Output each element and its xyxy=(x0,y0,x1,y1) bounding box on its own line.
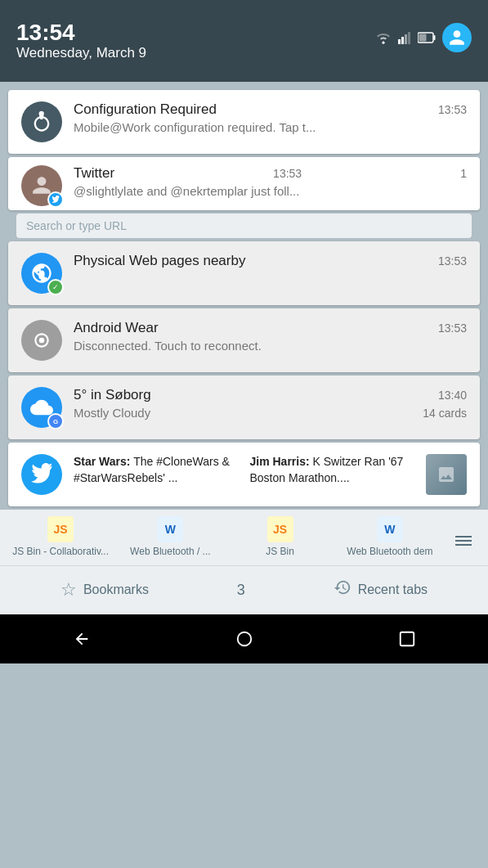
physical-web-content: Physical Web pages nearby 13:53 xyxy=(74,253,467,272)
twitter-partial-content: Twitter 13:53 1 @slightlylate and @nekrt… xyxy=(74,165,467,198)
status-date: Wednesday, March 9 xyxy=(16,45,146,61)
tabs-menu-btn[interactable] xyxy=(447,516,480,565)
recents-button[interactable] xyxy=(391,623,423,655)
home-button[interactable] xyxy=(228,623,261,655)
svg-rect-0 xyxy=(398,39,401,44)
svg-rect-1 xyxy=(401,37,404,44)
tab-jsbin1-favicon: JS xyxy=(47,516,74,542)
config-content: Configuration Required 13:53 Mobile@Work… xyxy=(74,101,467,134)
weather-extra: 14 cards xyxy=(423,407,467,420)
twitter-partial-time: 13:53 xyxy=(273,167,302,180)
tab-jsbin2-label: JS Bin xyxy=(266,546,294,559)
status-bar: 13:54 Wednesday, March 9 xyxy=(0,0,488,82)
svg-rect-6 xyxy=(419,34,427,42)
physical-web-time: 13:53 xyxy=(438,254,467,268)
weather-badge: G xyxy=(47,413,64,430)
notification-twitter-partial[interactable]: Twitter 13:53 1 @slightlylate and @nekrt… xyxy=(8,157,480,210)
search-peek-area: Search or type URL xyxy=(8,214,480,238)
tab-webdemo-label: Web Bluetooth dem xyxy=(347,546,432,559)
android-wear-body: Disconnected. Touch to reconnect. xyxy=(74,339,467,353)
tab-webdemo-favicon: W xyxy=(377,516,403,542)
avatar[interactable] xyxy=(442,23,472,52)
weather-title: 5° in Søborg xyxy=(74,387,151,403)
notification-twitter-dual[interactable]: Star Wars: The #CloneWars & #StarWarsReb… xyxy=(8,443,480,506)
tab-webbt-favicon: W xyxy=(157,516,183,542)
recent-tabs-icon xyxy=(334,578,351,601)
config-title: Configuration Required xyxy=(74,101,217,118)
twitter-thumbnail xyxy=(426,454,467,495)
tab-jsbin1-label: JS Bin - Collaborativ... xyxy=(12,546,109,559)
twitter-count: 1 xyxy=(460,167,467,180)
twitter-partial-icon xyxy=(21,165,62,206)
tab-webbt-label: Web Bluetooth / ... xyxy=(130,546,211,559)
notifications-area: Configuration Required 13:53 Mobile@Work… xyxy=(0,82,488,506)
twitter-col1-strong: Star Wars: xyxy=(74,455,131,468)
twitter-dual-icon xyxy=(21,454,62,495)
svg-rect-3 xyxy=(408,32,410,44)
search-text: Search or type URL xyxy=(26,219,127,232)
signal-icon xyxy=(398,31,411,44)
tab-web-bluetooth[interactable]: W Web Bluetooth / ... xyxy=(118,516,222,565)
bookmarks-icon: ☆ xyxy=(60,579,77,600)
search-bar-peek[interactable]: Search or type URL xyxy=(16,214,472,238)
config-icon xyxy=(21,101,62,142)
twitter-partial-badge xyxy=(47,191,64,208)
bookmarks-label: Bookmarks xyxy=(83,582,149,597)
recent-tabs-label: Recent tabs xyxy=(358,582,428,597)
weather-body: Mostly Cloudy xyxy=(74,406,150,420)
weather-content: 5° in Søborg 13:40 Mostly Cloudy 14 card… xyxy=(74,387,467,420)
page-indicator: 3 xyxy=(237,578,245,602)
android-wear-title: Android Wear xyxy=(74,320,159,336)
battery-icon xyxy=(418,31,436,44)
svg-point-9 xyxy=(237,632,251,645)
status-icons xyxy=(375,23,472,52)
svg-point-8 xyxy=(39,338,45,344)
config-body: Mobile@Work configuration required. Tap … xyxy=(74,120,467,134)
tab-jsbin-2[interactable]: JS JS Bin xyxy=(228,516,333,565)
twitter-col1: Star Wars: The #CloneWars & #StarWarsReb… xyxy=(74,454,242,495)
twitter-col2: Jim Harris: K Switzer Ran '67 Boston Mar… xyxy=(250,454,419,495)
android-wear-time: 13:53 xyxy=(438,322,467,335)
tabs-strip: JS JS Bin - Collaborativ... W Web Blueto… xyxy=(0,510,488,565)
notification-config[interactable]: Configuration Required 13:53 Mobile@Work… xyxy=(8,90,480,154)
notification-weather[interactable]: G 5° in Søborg 13:40 Mostly Cloudy 14 ca… xyxy=(8,376,480,439)
twitter-partial-body: @slightlylate and @nekrtemplar just foll… xyxy=(74,184,467,198)
svg-rect-2 xyxy=(405,34,407,44)
svg-rect-5 xyxy=(434,35,436,40)
weather-icon: G xyxy=(21,387,62,428)
tab-web-bluetooth-demo[interactable]: W Web Bluetooth dem xyxy=(338,516,442,565)
android-wear-icon xyxy=(21,320,62,361)
twitter-col2-strong: Jim Harris: xyxy=(250,455,310,468)
status-time: 13:54 xyxy=(16,20,146,46)
notification-android-wear[interactable]: Android Wear 13:53 Disconnected. Touch t… xyxy=(8,308,480,372)
tab-jsbin2-favicon: JS xyxy=(267,516,293,542)
svg-rect-10 xyxy=(400,632,414,645)
nav-bar xyxy=(0,614,488,663)
physical-web-title: Physical Web pages nearby xyxy=(74,253,245,269)
weather-time: 13:40 xyxy=(438,389,467,402)
bookmarks-btn[interactable]: ☆ Bookmarks xyxy=(60,579,149,600)
notification-physical-web[interactable]: ✓ Physical Web pages nearby 13:53 xyxy=(8,241,480,305)
browser-toolbar: ☆ Bookmarks 3 Recent tabs xyxy=(0,565,488,614)
back-button[interactable] xyxy=(65,623,98,655)
wifi-icon xyxy=(375,31,392,44)
twitter-partial-title: Twitter xyxy=(74,165,114,182)
android-wear-content: Android Wear 13:53 Disconnected. Touch t… xyxy=(74,320,467,353)
recent-tabs-btn[interactable]: Recent tabs xyxy=(334,578,428,601)
tab-jsbin-1[interactable]: JS JS Bin - Collaborativ... xyxy=(8,516,113,565)
physical-web-icon: ✓ xyxy=(21,253,62,294)
config-time: 13:53 xyxy=(438,103,467,116)
twitter-dual-content: Star Wars: The #CloneWars & #StarWarsReb… xyxy=(74,454,467,495)
physical-web-badge: ✓ xyxy=(47,279,64,295)
